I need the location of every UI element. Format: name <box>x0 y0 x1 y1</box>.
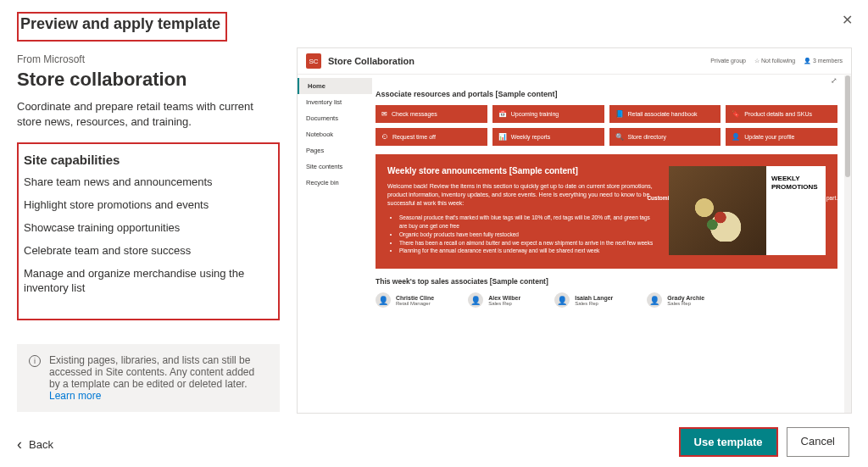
nav-item-recycle-bin[interactable]: Recycle bin <box>298 175 372 191</box>
person-role: Sales Rep <box>488 301 520 306</box>
tile-label: Store directory <box>628 134 667 140</box>
mail-icon: ✉ <box>381 110 387 118</box>
capability-item: Showcase training opportunities <box>24 221 270 236</box>
user-icon: 👤 <box>732 133 740 141</box>
banner-bullet: There has been a recall on almond butter… <box>399 239 657 247</box>
group-privacy: Private group <box>710 58 746 64</box>
tile-update-profile[interactable]: 👤Update your profile <box>726 128 837 146</box>
template-preview-modal: ✕ Preview and apply template From Micros… <box>0 0 868 467</box>
nav-item-documents[interactable]: Documents <box>298 110 372 126</box>
title-highlight: Preview and apply template <box>17 12 227 42</box>
site-meta: Private group Not following 3 members <box>710 58 843 64</box>
associates-section: This week's top sales associates [Sample… <box>376 277 837 308</box>
nav-item-site-contents[interactable]: Site contents <box>298 158 372 175</box>
associates-heading: This week's top sales associates [Sample… <box>376 277 837 286</box>
nav-item-inventory[interactable]: Inventory list <box>298 94 372 110</box>
site-title: Store Collaboration <box>328 56 415 66</box>
preview-site-header: SC Store Collaboration Private group Not… <box>298 48 851 75</box>
banner-intro: Welcome back! Review the items in this s… <box>387 182 657 207</box>
search-icon: 🔍 <box>615 133 624 141</box>
cancel-button[interactable]: Cancel <box>787 427 849 457</box>
banner-image <box>669 166 766 255</box>
banner-bullets: Seasonal produce that's marked with blue… <box>387 214 657 255</box>
person-card: 👤Isaiah LangerSales Rep <box>554 292 613 308</box>
capability-item: Highlight store promotions and events <box>24 198 270 213</box>
tile-upcoming-training[interactable]: 📅Upcoming training <box>492 105 604 123</box>
banner-left: Weekly store announcements [Sample conte… <box>387 166 657 255</box>
person-name: Alex Wilber <box>488 295 520 301</box>
preview-scrollbar[interactable] <box>844 75 851 413</box>
person-card: 👤Alex WilberSales Rep <box>468 292 520 308</box>
banner-right: Customization guidance: Replace this gra… <box>669 166 826 255</box>
person-role: Sales Rep <box>667 301 704 306</box>
banner-bullet: Organic body products have been fully re… <box>399 231 657 239</box>
capabilities-heading: Site capabilities <box>24 153 270 167</box>
template-preview-frame: SC Store Collaboration Private group Not… <box>297 47 852 414</box>
person-card: 👤Grady ArchieSales Rep <box>647 292 704 308</box>
capability-item: Share team news and announcements <box>24 175 270 190</box>
tile-product-details[interactable]: 🔖Product details and SKUs <box>726 105 837 123</box>
tag-icon: 🔖 <box>732 110 740 118</box>
person-role: Sales Rep <box>575 301 613 306</box>
announcements-banner: Weekly store announcements [Sample conte… <box>376 154 837 269</box>
button-row: Use template Cancel <box>679 427 849 457</box>
use-template-button[interactable]: Use template <box>679 427 778 457</box>
preview-main: ⤢ Associate resources and portals [Sampl… <box>372 75 851 308</box>
tile-label: Retail associate handbook <box>628 111 698 117</box>
resource-tiles: ✉Check messages 📅Upcoming training 📘Reta… <box>376 105 837 146</box>
tile-time-off[interactable]: ⏲Request time off <box>376 128 487 146</box>
people-row: 👤Christie ClineRetail Manager 👤Alex Wilb… <box>376 292 837 308</box>
avatar-icon: 👤 <box>647 292 662 308</box>
template-description: Coordinate and prepare retail teams with… <box>17 99 280 129</box>
preview-nav: Home Inventory list Documents Notebook P… <box>298 75 372 308</box>
learn-more-link[interactable]: Learn more <box>49 390 101 402</box>
close-icon[interactable]: ✕ <box>842 12 853 28</box>
back-button[interactable]: Back <box>17 436 53 453</box>
preview-body: Home Inventory list Documents Notebook P… <box>298 75 851 308</box>
info-message: i Existing pages, libraries, and lists c… <box>17 344 280 412</box>
avatar-icon: 👤 <box>376 292 391 308</box>
promo-card: WEEKLY PROMOTIONS <box>766 166 826 255</box>
site-logo: SC <box>306 53 321 69</box>
member-count: 3 members <box>804 58 843 64</box>
tile-label: Product details and SKUs <box>744 111 812 117</box>
tile-store-directory[interactable]: 🔍Store directory <box>609 128 721 146</box>
calendar-icon: 📅 <box>498 110 507 118</box>
template-name: Store collaboration <box>17 69 280 91</box>
capability-item: Manage and organize merchandise using th… <box>24 267 270 296</box>
expand-icon[interactable]: ⤢ <box>831 76 837 85</box>
info-text-wrapper: Existing pages, libraries, and lists can… <box>49 354 268 402</box>
nav-item-pages[interactable]: Pages <box>298 142 372 158</box>
template-source: From Microsoft <box>17 53 280 65</box>
tile-weekly-reports[interactable]: 📊Weekly reports <box>492 128 604 146</box>
banner-bullet: Seasonal produce that's marked with blue… <box>399 214 657 231</box>
resources-heading: Associate resources and portals [Sample … <box>376 90 837 98</box>
info-icon: i <box>29 355 41 367</box>
person-name: Isaiah Langer <box>575 295 613 301</box>
tile-label: Update your profile <box>744 134 794 140</box>
tile-label: Weekly reports <box>511 134 551 140</box>
tile-handbook[interactable]: 📘Retail associate handbook <box>609 105 721 123</box>
person-card: 👤Christie ClineRetail Manager <box>376 292 434 308</box>
avatar-icon: 👤 <box>554 292 570 308</box>
person-role: Retail Manager <box>396 301 434 306</box>
clock-icon: ⏲ <box>381 133 388 141</box>
nav-item-notebook[interactable]: Notebook <box>298 126 372 142</box>
info-text: Existing pages, libraries, and lists can… <box>49 354 254 390</box>
banner-title: Weekly store announcements [Sample conte… <box>387 166 657 175</box>
banner-bullet: Planning for the annual clearance event … <box>399 247 657 255</box>
modal-title: Preview and apply template <box>20 14 220 36</box>
avatar-icon: 👤 <box>468 292 483 308</box>
tile-check-messages[interactable]: ✉Check messages <box>376 105 487 123</box>
book-icon: 📘 <box>615 110 624 118</box>
person-name: Christie Cline <box>396 295 434 301</box>
tile-label: Request time off <box>392 134 436 140</box>
tile-label: Check messages <box>392 111 437 117</box>
person-name: Grady Archie <box>667 295 704 301</box>
nav-item-home[interactable]: Home <box>298 78 372 94</box>
left-pane: Preview and apply template From Microsof… <box>17 12 280 412</box>
capabilities-box: Site capabilities Share team news and an… <box>17 142 280 320</box>
tile-label: Upcoming training <box>511 111 559 117</box>
capability-item: Celebrate team and store success <box>24 244 270 259</box>
follow-status: Not following <box>754 58 795 64</box>
